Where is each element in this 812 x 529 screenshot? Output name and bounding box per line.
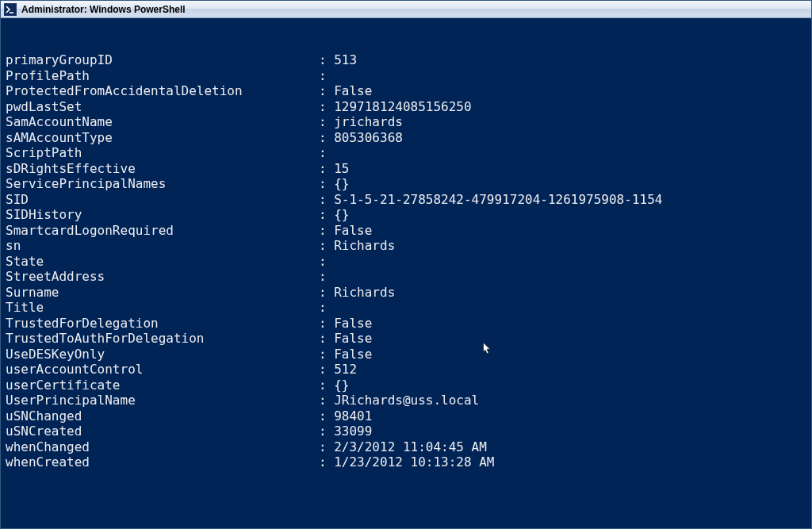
property-value: {}: [334, 176, 349, 192]
property-key: primaryGroupID: [6, 52, 319, 68]
separator: :: [319, 362, 334, 378]
separator: :: [319, 223, 334, 239]
output-line: uSNChanged: 98401: [6, 408, 806, 424]
output-line: SamAccountName: jrichards: [6, 114, 806, 130]
property-key: ServicePrincipalNames: [6, 176, 319, 192]
property-value: 805306368: [334, 130, 403, 146]
property-key: uSNCreated: [6, 424, 319, 439]
separator: :: [319, 424, 334, 439]
separator: :: [319, 145, 334, 161]
window-title: Administrator: Windows PowerShell: [21, 4, 186, 15]
terminal-output[interactable]: primaryGroupID: 513ProfilePath: Protecte…: [1, 18, 811, 528]
property-value: Richards: [334, 285, 395, 301]
property-value: {}: [334, 378, 349, 393]
output-line: primaryGroupID: 513: [6, 52, 806, 68]
property-value: False: [334, 83, 372, 99]
separator: :: [319, 285, 334, 301]
property-value: 2/3/2012 11:04:45 AM: [334, 439, 487, 455]
property-value: 15: [334, 161, 349, 177]
property-value: False: [334, 347, 372, 362]
property-key: Title: [6, 300, 319, 316]
property-key: pwdLastSet: [6, 99, 319, 115]
property-key: TrustedForDelegation: [6, 316, 319, 332]
property-key: userCertificate: [6, 378, 319, 393]
property-value: 33099: [334, 424, 372, 439]
property-key: Surname: [6, 285, 319, 301]
property-value: False: [334, 316, 372, 332]
output-line: uSNCreated: 33099: [6, 424, 806, 439]
separator: :: [319, 207, 334, 223]
property-key: SmartcardLogonRequired: [6, 223, 319, 239]
property-value: jrichards: [334, 114, 403, 130]
output-line: Surname: Richards: [6, 285, 806, 301]
separator: :: [319, 300, 334, 316]
property-key: UseDESKeyOnly: [6, 347, 319, 362]
separator: :: [319, 238, 334, 254]
property-key: SIDHistory: [6, 207, 319, 223]
property-value: Richards: [334, 238, 395, 254]
property-value: 513: [334, 52, 357, 68]
separator: :: [319, 408, 334, 424]
output-line: SmartcardLogonRequired: False: [6, 223, 806, 239]
separator: :: [319, 68, 334, 84]
separator: :: [319, 347, 334, 362]
separator: :: [319, 316, 334, 332]
property-key: sDRightsEffective: [6, 161, 319, 177]
separator: :: [319, 99, 334, 115]
output-line: userCertificate: {}: [6, 378, 806, 393]
property-key: ProtectedFromAccidentalDeletion: [6, 83, 319, 99]
separator: :: [319, 454, 334, 470]
property-key: StreetAddress: [6, 269, 319, 285]
property-key: uSNChanged: [6, 408, 319, 424]
output-line: SIDHistory: {}: [6, 207, 806, 223]
separator: :: [319, 393, 334, 408]
blank-line: [6, 517, 806, 529]
property-value: False: [334, 223, 372, 239]
separator: :: [319, 254, 334, 270]
separator: :: [319, 439, 334, 455]
property-value: 1/23/2012 10:13:28 AM: [334, 454, 494, 470]
property-value: 98401: [334, 408, 372, 424]
powershell-window: Administrator: Windows PowerShell primar…: [0, 0, 812, 529]
output-line: TrustedToAuthForDelegation: False: [6, 331, 806, 347]
output-line: UserPrincipalName: JRichards@uss.local: [6, 393, 806, 408]
output-line: UseDESKeyOnly: False: [6, 347, 806, 362]
property-key: ProfilePath: [6, 68, 319, 84]
property-value: 512: [334, 362, 357, 378]
output-line: Title:: [6, 300, 806, 316]
separator: :: [319, 192, 334, 208]
output-line: sAMAccountType: 805306368: [6, 130, 806, 146]
separator: :: [319, 52, 334, 68]
output-line: ProfilePath:: [6, 68, 806, 84]
output-line: State:: [6, 254, 806, 270]
property-value: 129718124085156250: [334, 99, 471, 115]
output-line: sDRightsEffective: 15: [6, 161, 806, 177]
output-line: StreetAddress:: [6, 269, 806, 285]
property-key: sn: [6, 238, 319, 254]
titlebar[interactable]: Administrator: Windows PowerShell: [1, 1, 811, 18]
powershell-icon: [4, 3, 17, 16]
output-line: SID: S-1-5-21-27858242-479917204-1261975…: [6, 192, 806, 208]
output-line: TrustedForDelegation: False: [6, 316, 806, 332]
output-line: ProtectedFromAccidentalDeletion: False: [6, 83, 806, 99]
property-key: sAMAccountType: [6, 130, 319, 146]
property-key: userAccountControl: [6, 362, 319, 378]
output-line: whenCreated: 1/23/2012 10:13:28 AM: [6, 454, 806, 470]
separator: :: [319, 161, 334, 177]
property-key: ScriptPath: [6, 145, 319, 161]
property-key: SID: [6, 192, 319, 208]
separator: :: [319, 331, 334, 347]
separator: :: [319, 114, 334, 130]
property-key: SamAccountName: [6, 114, 319, 130]
property-key: TrustedToAuthForDelegation: [6, 331, 319, 347]
output-line: sn: Richards: [6, 238, 806, 254]
output-line: ServicePrincipalNames: {}: [6, 176, 806, 192]
property-value: JRichards@uss.local: [334, 393, 479, 408]
separator: :: [319, 83, 334, 99]
property-key: State: [6, 254, 319, 270]
property-key: UserPrincipalName: [6, 393, 319, 408]
output-line: whenChanged: 2/3/2012 11:04:45 AM: [6, 439, 806, 455]
property-value: {}: [334, 207, 349, 223]
separator: :: [319, 269, 334, 285]
property-key: whenCreated: [6, 454, 319, 470]
